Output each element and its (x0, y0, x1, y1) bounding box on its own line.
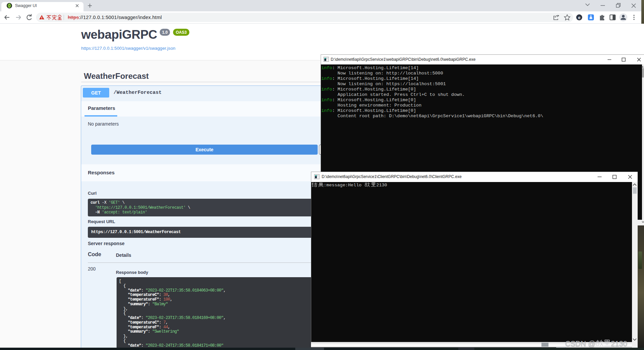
svg-text:e: e (578, 15, 580, 20)
